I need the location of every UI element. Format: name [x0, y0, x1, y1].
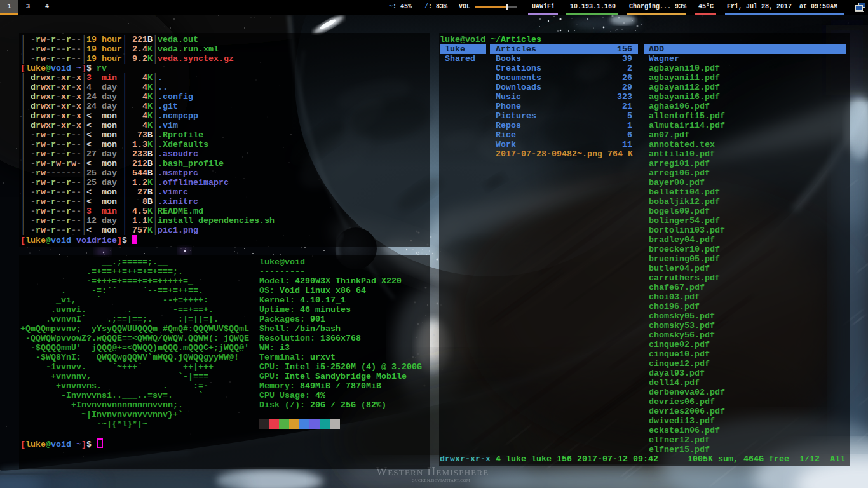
svg-text:GUCKEN.DEVIANTART.COM: GUCKEN.DEVIANTART.COM	[412, 478, 470, 482]
